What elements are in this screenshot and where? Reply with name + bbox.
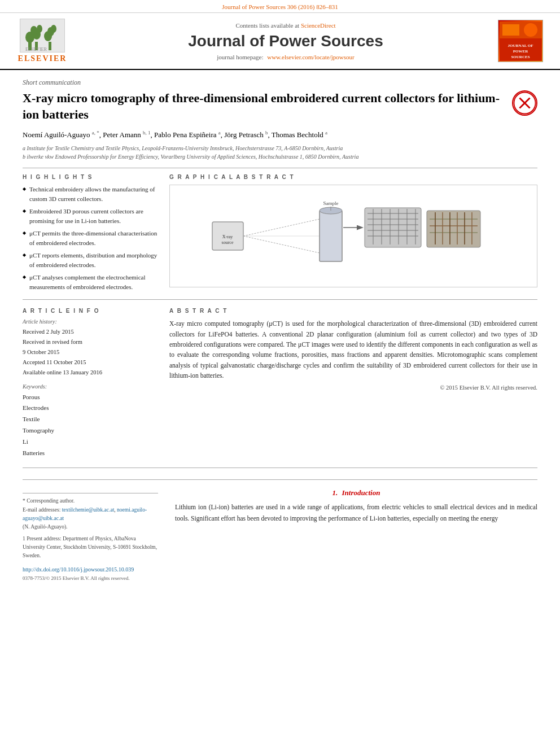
corresponding-label: * Corresponding author. xyxy=(23,497,158,505)
intro-body: Lithium ion (Li-ion) batteries are used … xyxy=(175,502,537,524)
elsevier-tree-icon: ELSEVIER xyxy=(20,19,65,53)
graphical-abstract-box: X-ray source Sample xyxy=(169,185,537,287)
intro-number: 1. xyxy=(333,488,338,497)
divider-3 xyxy=(23,468,537,468)
journal-cover-image: JOURNAL OF POWER SOURCES xyxy=(498,20,543,62)
highlight-item-5: μCT analyses complement the electrochemi… xyxy=(23,273,158,291)
accepted-date: Accepted 11 October 2015 xyxy=(23,357,158,368)
article-title: X-ray micro tomography of three-dimensio… xyxy=(23,90,504,123)
elsevier-wordmark: ELSEVIER xyxy=(18,54,67,63)
affiliation-b: b ilwerke vkw Endowed Professorship for … xyxy=(23,152,537,161)
highlights-list: Technical embroidery allows the manufact… xyxy=(23,185,158,291)
svg-point-8 xyxy=(51,25,56,33)
available-date: Available online 13 January 2016 xyxy=(23,368,158,378)
copyright: © 2015 Elsevier B.V. All rights reserved… xyxy=(169,385,537,391)
svg-rect-27 xyxy=(320,211,342,261)
keyword-6: Batteries xyxy=(23,448,158,459)
highlight-item-1: Technical embroidery allows the manufact… xyxy=(23,185,158,203)
svg-text:source: source xyxy=(222,240,234,245)
crossmark-icon xyxy=(512,90,537,116)
svg-text:JOURNAL OF: JOURNAL OF xyxy=(508,43,533,48)
received-date: Received 2 July 2015 xyxy=(23,327,158,337)
intro-text-col: 1. Introduction Lithium ion (Li-ion) bat… xyxy=(175,488,537,582)
intro-heading: Introduction xyxy=(342,488,380,497)
highlights-section: H I G H L I G H T S Technical embroidery… xyxy=(23,174,158,295)
doi-anchor[interactable]: http://dx.doi.org/10.1016/j.jpowsour.201… xyxy=(23,566,134,573)
journal-cover-section: JOURNAL OF POWER SOURCES xyxy=(498,20,549,62)
abstract-section: A B S T R A C T X-ray micro computed tom… xyxy=(169,308,537,458)
email1-link[interactable]: textilchemie@uibk.ac.at xyxy=(62,507,115,513)
svg-text:X-ray: X-ray xyxy=(222,234,233,239)
homepage-line: journal homepage: www.elsevier.com/locat… xyxy=(73,54,498,60)
authors-text: Noemí Aguiló-Aguayo a, *, Peter Amann b,… xyxy=(23,130,327,139)
doi-link[interactable]: http://dx.doi.org/10.1016/j.jpowsour.201… xyxy=(23,565,158,574)
science-direct-line: Contents lists available at ScienceDirec… xyxy=(73,22,498,29)
received-revised-date: 9 October 2015 xyxy=(23,347,158,357)
citation-text: Journal of Power Sources 306 (2016) 826–… xyxy=(222,3,338,10)
science-direct-link[interactable]: ScienceDirect xyxy=(301,22,336,29)
journal-title: Journal of Power Sources xyxy=(73,32,498,50)
svg-rect-13 xyxy=(502,24,519,36)
info-abstract-row: A R T I C L E I N F O Article history: R… xyxy=(23,308,537,458)
divider-2 xyxy=(23,299,537,300)
article-body: Short communication X-ray micro tomograp… xyxy=(0,70,560,591)
svg-point-14 xyxy=(524,23,537,37)
intro-cols: * Corresponding author. E-mail addresses… xyxy=(23,488,537,582)
article-type: Short communication xyxy=(23,78,537,87)
keyword-2: Electrodes xyxy=(23,403,158,414)
article-history-label: Article history: xyxy=(23,318,158,325)
intro-footnotes-col: * Corresponding author. E-mail addresses… xyxy=(23,488,158,582)
footnote-1: 1 Present address: Department of Physics… xyxy=(23,535,158,561)
email-names: (N. Aguiló-Aguayo). xyxy=(23,523,158,531)
graphical-abstract-svg: X-ray source Sample xyxy=(176,191,531,281)
journal-header: ELSEVIER ELSEVIER Contents lists availab… xyxy=(0,13,560,70)
article-info-section: A R T I C L E I N F O Article history: R… xyxy=(23,308,158,458)
svg-rect-9 xyxy=(49,42,51,50)
received-revised-label: Received in revised form xyxy=(23,337,158,347)
title-row: X-ray micro tomography of three-dimensio… xyxy=(23,90,537,123)
email-line: E-mail addresses: textilchemie@uibk.ac.a… xyxy=(23,506,158,523)
homepage-label: journal homepage: xyxy=(217,54,263,60)
article-info-heading: A R T I C L E I N F O xyxy=(23,308,158,314)
highlights-abstract-row: H I G H L I G H T S Technical embroidery… xyxy=(23,174,537,295)
abstract-heading: A B S T R A C T xyxy=(169,308,537,314)
elsevier-logo: ELSEVIER ELSEVIER xyxy=(11,19,73,63)
keyword-5: Li xyxy=(23,436,158,448)
email-label: E-mail addresses: xyxy=(23,507,60,513)
highlight-item-3: μCT permits the three-dimensional charac… xyxy=(23,229,158,247)
svg-point-3 xyxy=(30,26,37,35)
affiliation-a: a Institute for Textile Chemistry and Te… xyxy=(23,144,537,152)
intro-title: 1. Introduction xyxy=(175,488,537,497)
keywords-section: Keywords: Porous Electrodes Textile Tomo… xyxy=(23,383,158,459)
svg-text:ELSEVIER: ELSEVIER xyxy=(25,47,47,51)
keyword-3: Textile xyxy=(23,414,158,425)
homepage-url[interactable]: www.elsevier.com/locate/jpowsour xyxy=(267,54,354,60)
keyword-4: Tomography xyxy=(23,425,158,436)
citation-bar: Journal of Power Sources 306 (2016) 826–… xyxy=(0,0,560,13)
issn-line: 0378-7753/© 2015 Elsevier B.V. All right… xyxy=(23,574,158,582)
introduction-section: * Corresponding author. E-mail addresses… xyxy=(23,479,537,582)
svg-line-25 xyxy=(243,236,320,253)
keyword-1: Porous xyxy=(23,392,158,403)
graphical-abstract-heading: G R A P H I C A L A B S T R A C T xyxy=(169,174,537,180)
svg-text:POWER: POWER xyxy=(513,49,528,54)
affiliations: a Institute for Textile Chemistry and Te… xyxy=(23,144,537,161)
svg-line-24 xyxy=(243,219,320,236)
svg-text:SOURCES: SOURCES xyxy=(511,55,530,59)
highlight-item-2: Embroidered 3D porous current collectors… xyxy=(23,207,158,225)
keywords-label: Keywords: xyxy=(23,383,158,390)
highlight-item-4: μCT reports elements, distribution and m… xyxy=(23,251,158,269)
authors-line: Noemí Aguiló-Aguayo a, *, Peter Amann b,… xyxy=(23,128,537,141)
graphical-abstract-section: G R A P H I C A L A B S T R A C T X-ray … xyxy=(169,174,537,295)
footnotes: * Corresponding author. E-mail addresses… xyxy=(23,493,158,582)
elsevier-logo-section: ELSEVIER ELSEVIER xyxy=(11,19,73,63)
abstract-text: X-ray micro computed tomography (μCT) is… xyxy=(169,318,537,381)
journal-header-center: Contents lists available at ScienceDirec… xyxy=(73,22,498,60)
contents-label: Contents lists available at xyxy=(235,22,299,29)
crossmark-badge xyxy=(512,90,537,116)
svg-text:Sample: Sample xyxy=(323,200,339,206)
highlights-heading: H I G H L I G H T S xyxy=(23,174,158,180)
divider-1 xyxy=(23,168,537,168)
svg-point-4 xyxy=(37,25,42,33)
